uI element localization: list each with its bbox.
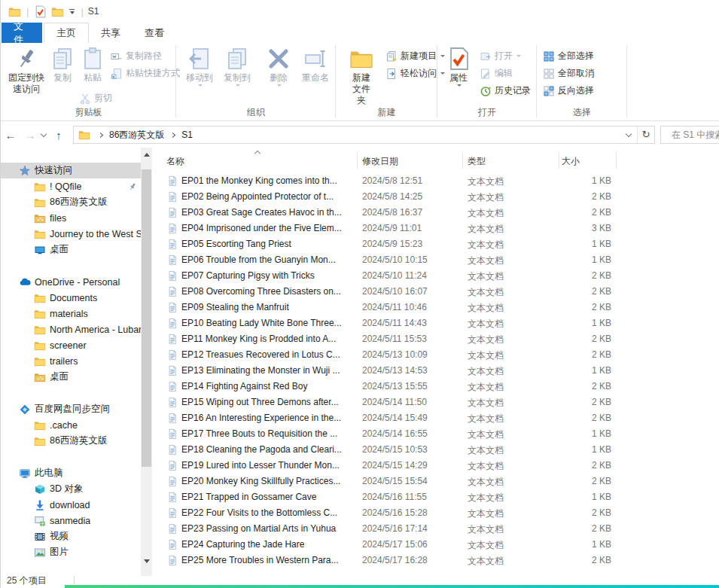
paste-shortcut-button[interactable]: 粘贴快捷方式: [111, 66, 180, 81]
back-button[interactable]: ←: [1, 129, 20, 142]
file-name: EP22 Four Visits to the Bottomless C...: [181, 507, 353, 518]
file-row[interactable]: EP12 Treasues Recovered in Lotus C... 20…: [152, 347, 719, 363]
delete-button[interactable]: 删除: [263, 44, 294, 87]
sidebar-item[interactable]: materials: [1, 306, 141, 321]
copy-to-button[interactable]: 复制到: [219, 44, 255, 87]
file-row[interactable]: EP05 Escorting Tang Priest 2024/5/9 15:2…: [152, 236, 719, 252]
sidebar-item[interactable]: 百度网盘同步空间: [1, 401, 141, 417]
tab-home[interactable]: 主页: [44, 23, 89, 43]
up-button[interactable]: ↑: [49, 129, 69, 142]
edit-button[interactable]: 编辑: [480, 66, 513, 81]
pin-icon: [14, 47, 38, 71]
file-row[interactable]: EP06 Trouble from the Guanyin Mon... 202…: [152, 252, 719, 268]
sidebar-item[interactable]: 此电脑: [1, 465, 141, 481]
sidebar-item[interactable]: 86西游英文版: [1, 433, 141, 449]
sidebar-item[interactable]: 视频: [1, 529, 141, 544]
forward-button[interactable]: →: [20, 129, 40, 142]
open-button[interactable]: 打开: [480, 48, 521, 64]
breadcrumb-chevron[interactable]: [170, 132, 175, 137]
rename-button[interactable]: 重命名: [297, 44, 334, 84]
history-button[interactable]: 历史记录: [480, 83, 531, 99]
sidebar-item[interactable]: Documents: [1, 290, 141, 306]
refresh-button[interactable]: ↻: [637, 126, 654, 143]
file-row[interactable]: EP10 Beating Lady White Bone Three... 20…: [152, 315, 719, 331]
sidebar-item[interactable]: ! QQfile: [1, 178, 141, 194]
sidebar-item[interactable]: Journey to the West S1: [1, 226, 141, 242]
column-header-size[interactable]: 大小: [562, 155, 580, 168]
sidebar-item[interactable]: screener: [1, 337, 141, 353]
file-row[interactable]: EP16 An Interesting Experience in the...…: [152, 410, 719, 426]
address-dropdown-button[interactable]: [622, 126, 637, 143]
breadcrumb-parent[interactable]: 86西游英文版: [108, 129, 166, 142]
properties-check-icon[interactable]: [34, 5, 47, 18]
file-row[interactable]: EP24 Capturing the Jade Hare 2024/5/17 1…: [152, 537, 719, 553]
sidebar-item[interactable]: 3D 对象: [1, 481, 141, 497]
column-header-date[interactable]: 修改日期: [362, 155, 398, 168]
file-size: 2 KB: [559, 349, 611, 360]
file-date-modified: 2024/5/17 16:28: [362, 555, 464, 565]
ribbon: 固定到快速访问 复制 粘贴 复制路径 粘贴快捷方式 剪切 剪贴板: [1, 43, 719, 121]
rename-icon: [303, 47, 328, 71]
move-to-button[interactable]: 移动到: [181, 44, 218, 87]
sidebar-item[interactable]: files: [1, 210, 141, 226]
file-row[interactable]: EP02 Being Appointed Protector of t... 2…: [152, 189, 719, 205]
file-row[interactable]: EP01 the Monkey King comes into th... 20…: [152, 173, 719, 189]
sidebar-item[interactable]: 86西游英文版: [1, 194, 141, 210]
file-row[interactable]: EP20 Monkey King Skillfully Practices...…: [152, 474, 719, 489]
file-row[interactable]: EP17 Three Bouts to Requisition the ... …: [152, 426, 719, 442]
file-row[interactable]: EP23 Passing on Martial Arts in Yuhua 20…: [152, 521, 719, 537]
file-row[interactable]: EP25 More Troubles in Western Para... 20…: [152, 553, 719, 568]
new-folder-qat-icon[interactable]: [51, 5, 64, 18]
recent-locations-dropdown[interactable]: [41, 131, 47, 137]
sidebar-item[interactable]: 快速访问: [1, 163, 141, 178]
file-row[interactable]: EP11 Monkey King is Prodded into A... 20…: [152, 331, 719, 347]
file-row[interactable]: EP08 Overcoming Three Disasters on... 20…: [152, 284, 719, 300]
sidebar-item[interactable]: OneDrive - Personal: [1, 274, 141, 290]
sidebar-item[interactable]: sanmedia: [1, 513, 141, 529]
tab-view[interactable]: 查看: [133, 23, 176, 43]
file-row[interactable]: EP03 Great Sage Creates Havoc in th... 2…: [152, 205, 719, 221]
scroll-up-arrow[interactable]: [141, 149, 152, 160]
paste-button[interactable]: 粘贴: [78, 44, 108, 84]
copy-button[interactable]: 复制: [49, 44, 76, 84]
new-folder-button[interactable]: 新建 文件夹: [342, 44, 381, 106]
file-row[interactable]: EP04 Imprisoned under the Five Elem... 2…: [152, 221, 719, 236]
file-date-modified: 2024/5/11 14:43: [362, 318, 464, 328]
column-header-name[interactable]: 名称: [166, 155, 184, 168]
breadcrumb-chevron[interactable]: [98, 132, 103, 137]
copy-path-button[interactable]: 复制路径: [111, 48, 162, 64]
file-row[interactable]: EP14 Fighting Against Red Boy 2024/5/13 …: [152, 379, 719, 395]
properties-button[interactable]: 属性: [442, 44, 475, 87]
sidebar-item[interactable]: download: [1, 497, 141, 513]
file-row[interactable]: EP09 Stealing the Manfruit 2024/5/11 10:…: [152, 300, 719, 315]
file-row[interactable]: EP07 Capturing Pigsy with Tricks 2024/5/…: [152, 268, 719, 284]
sidebar-item[interactable]: North America - Lubar: [1, 321, 141, 337]
pin-to-quick-access-button[interactable]: 固定到快速访问: [5, 44, 47, 95]
file-row[interactable]: EP18 Cleaning the Pagoda and Cleari... 2…: [152, 442, 719, 458]
tab-file[interactable]: 文件: [2, 23, 42, 43]
tab-share[interactable]: 共享: [89, 23, 133, 43]
select-none-icon: [543, 68, 555, 80]
file-row[interactable]: EP15 Wiping out Three Demons after... 20…: [152, 395, 719, 410]
search-input[interactable]: [661, 126, 719, 143]
sidebar-item[interactable]: 桌面: [1, 369, 141, 385]
sidebar-scrollbar[interactable]: [141, 148, 152, 576]
sidebar-item[interactable]: 图片: [1, 544, 141, 560]
cut-button[interactable]: 剪切: [79, 90, 112, 106]
file-row[interactable]: EP19 Lured into Lesser Thunder Mon... 20…: [152, 458, 719, 474]
file-row[interactable]: EP21 Trapped in Gossamer Cave 2024/5/16 …: [152, 489, 719, 505]
breadcrumb-current[interactable]: S1: [180, 129, 194, 140]
select-all-button[interactable]: 全部选择: [543, 48, 594, 64]
scroll-down-arrow[interactable]: [141, 556, 152, 567]
sidebar-item[interactable]: 桌面: [1, 242, 141, 257]
sidebar-item[interactable]: trailers: [1, 353, 141, 369]
column-header-type[interactable]: 类型: [468, 155, 486, 168]
invert-selection-button[interactable]: 反向选择: [543, 83, 594, 99]
file-row[interactable]: EP13 Eliminating the Monster in Wuji ...…: [152, 363, 719, 379]
sidebar-item[interactable]: .cache: [1, 417, 141, 433]
address-bar[interactable]: 86西游英文版 S1 ↻: [73, 126, 655, 144]
scrollbar-thumb[interactable]: [142, 169, 151, 467]
customize-qat-button[interactable]: [69, 9, 75, 14]
select-none-button[interactable]: 全部取消: [543, 66, 594, 81]
file-row[interactable]: EP22 Four Visits to the Bottomless C... …: [152, 505, 719, 521]
